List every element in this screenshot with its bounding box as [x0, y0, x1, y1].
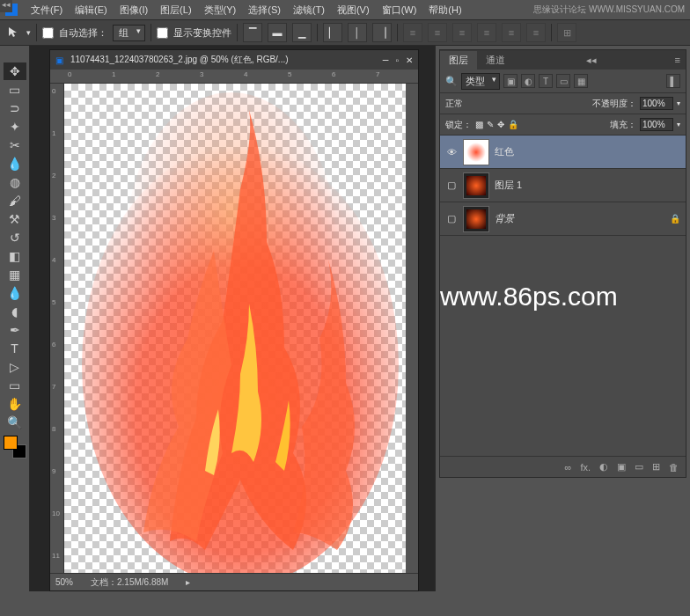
- fill-input[interactable]: [640, 118, 673, 131]
- blend-mode-select[interactable]: 正常: [445, 98, 525, 110]
- align-bottom-icon[interactable]: ▁: [292, 23, 312, 42]
- visibility-icon[interactable]: 👁: [445, 146, 458, 158]
- dist-top-icon[interactable]: ≡: [403, 23, 422, 42]
- layer-row[interactable]: ▢ 背景 🔒: [440, 202, 686, 236]
- new-layer-icon[interactable]: ⊞: [652, 461, 660, 473]
- blur-tool[interactable]: 💧: [4, 284, 26, 302]
- opacity-input[interactable]: [640, 97, 673, 110]
- lasso-tool[interactable]: ⊃: [4, 99, 26, 117]
- menu-view[interactable]: 视图(V): [331, 2, 376, 18]
- dist-right-icon[interactable]: ≡: [526, 23, 546, 42]
- move-tool[interactable]: ✥: [4, 62, 26, 80]
- dodge-tool[interactable]: ◖: [4, 303, 26, 320]
- lock-all-icon[interactable]: 🔒: [508, 120, 518, 129]
- trash-icon[interactable]: 🗑: [669, 462, 679, 473]
- gradient-tool[interactable]: ▦: [4, 266, 26, 283]
- align-vcenter-icon[interactable]: ▬: [268, 23, 287, 42]
- shape-tool[interactable]: ▭: [4, 377, 26, 394]
- marquee-tool[interactable]: ▭: [4, 81, 26, 99]
- menu-filter[interactable]: 滤镜(T): [287, 2, 331, 18]
- brand-text: 思缘设计论坛 WWW.MISSYUAN.COM: [533, 4, 685, 16]
- doc-info[interactable]: 文档：2.15M/6.88M: [91, 576, 168, 589]
- wand-tool[interactable]: ✦: [4, 118, 26, 136]
- lock-pos-icon[interactable]: ✥: [497, 120, 504, 129]
- menu-window[interactable]: 窗口(W): [376, 2, 423, 18]
- dist-left-icon[interactable]: ≡: [477, 23, 496, 42]
- history-brush-tool[interactable]: ↺: [4, 229, 26, 246]
- fx-icon[interactable]: fx.: [580, 462, 591, 473]
- filter-shape-icon[interactable]: ▭: [556, 74, 570, 88]
- brush-tool[interactable]: 🖌: [4, 192, 26, 209]
- menu-help[interactable]: 帮助(H): [422, 2, 467, 18]
- chevron-down-icon[interactable]: ▾: [26, 28, 31, 37]
- menu-edit[interactable]: 编辑(E): [69, 2, 114, 18]
- adjust-icon[interactable]: ▣: [617, 461, 626, 473]
- filter-pixel-icon[interactable]: ▣: [503, 74, 518, 88]
- panel-tabs: 图层 通道 ◂◂ ≡: [440, 50, 686, 70]
- tab-channels[interactable]: 通道: [477, 51, 514, 70]
- crop-tool[interactable]: ✂: [4, 136, 26, 154]
- type-tool[interactable]: T: [4, 340, 26, 357]
- ruler-horizontal: 01234567: [50, 70, 418, 84]
- group-icon[interactable]: ▭: [635, 461, 643, 473]
- dist-bottom-icon[interactable]: ≡: [452, 23, 472, 42]
- target-select[interactable]: 组: [113, 25, 145, 41]
- maximize-icon[interactable]: ▫: [395, 55, 399, 65]
- collapse-icon[interactable]: ◂◂: [0, 0, 12, 12]
- canvas[interactable]: [64, 84, 406, 573]
- color-swatches[interactable]: [4, 436, 26, 458]
- layer-name[interactable]: 图层 1: [495, 179, 522, 192]
- document-tab[interactable]: ▣ 11074431_122403780263_2.jpg @ 50% (红色,…: [50, 50, 418, 70]
- heal-tool[interactable]: ◍: [4, 173, 26, 191]
- filter-toggle[interactable]: ▌: [666, 74, 680, 88]
- menu-layer[interactable]: 图层(L): [154, 2, 197, 18]
- layer-thumb[interactable]: [463, 206, 489, 232]
- mask-icon[interactable]: ◐: [599, 461, 608, 473]
- menu-type[interactable]: 类型(Y): [198, 2, 243, 18]
- filter-type-icon[interactable]: T: [539, 74, 553, 88]
- menu-file[interactable]: 文件(F): [25, 2, 69, 18]
- dist-hcenter-icon[interactable]: ≡: [502, 23, 521, 42]
- layer-row[interactable]: ▢ 图层 1: [440, 169, 686, 202]
- chevron-down-icon[interactable]: ▾: [677, 99, 680, 107]
- layer-name[interactable]: 背景: [495, 212, 514, 225]
- zoom-tool[interactable]: 🔍: [4, 414, 26, 431]
- align-hcenter-icon[interactable]: │: [348, 23, 367, 42]
- info-arrow-icon[interactable]: ▸: [186, 577, 190, 587]
- menu-image[interactable]: 图像(I): [114, 2, 154, 18]
- panel-menu-icon[interactable]: ≡: [670, 55, 686, 65]
- visibility-icon[interactable]: ▢: [445, 213, 458, 225]
- dist-vcenter-icon[interactable]: ≡: [428, 23, 447, 42]
- align-left-icon[interactable]: ▏: [323, 23, 342, 42]
- pen-tool[interactable]: ✒: [4, 321, 26, 339]
- minimize-icon[interactable]: –: [383, 54, 389, 66]
- filter-adjust-icon[interactable]: ◐: [521, 74, 535, 88]
- link-icon[interactable]: ∞: [565, 462, 572, 473]
- eraser-tool[interactable]: ◧: [4, 247, 26, 265]
- tab-layers[interactable]: 图层: [440, 51, 477, 70]
- menu-select[interactable]: 选择(S): [242, 2, 287, 18]
- align-top-icon[interactable]: ▔: [243, 23, 262, 42]
- hand-tool[interactable]: ✋: [4, 395, 26, 413]
- close-icon[interactable]: ✕: [406, 55, 413, 65]
- layer-row[interactable]: 👁 红色: [440, 136, 686, 169]
- panel-collapse-icon[interactable]: ◂◂: [581, 55, 602, 66]
- layer-thumb[interactable]: [463, 172, 489, 199]
- lock-trans-icon[interactable]: ▩: [475, 120, 483, 129]
- eyedropper-tool[interactable]: 💧: [4, 155, 26, 172]
- zoom-level[interactable]: 50%: [55, 577, 73, 587]
- layer-name[interactable]: 红色: [495, 145, 514, 158]
- auto-select-checkbox[interactable]: [42, 27, 54, 39]
- foreground-color[interactable]: [4, 436, 18, 450]
- auto-align-icon[interactable]: ⊞: [557, 23, 576, 42]
- layer-thumb[interactable]: [463, 139, 489, 165]
- lock-brush-icon[interactable]: ✎: [487, 120, 494, 129]
- filter-smart-icon[interactable]: ▦: [574, 74, 588, 88]
- chevron-down-icon[interactable]: ▾: [677, 121, 680, 128]
- stamp-tool[interactable]: ⚒: [4, 210, 26, 228]
- visibility-icon[interactable]: ▢: [445, 180, 458, 192]
- path-tool[interactable]: ▷: [4, 358, 26, 376]
- filter-select[interactable]: 类型: [461, 73, 500, 90]
- align-right-icon[interactable]: ▕: [372, 23, 392, 42]
- show-transform-checkbox[interactable]: [157, 27, 168, 39]
